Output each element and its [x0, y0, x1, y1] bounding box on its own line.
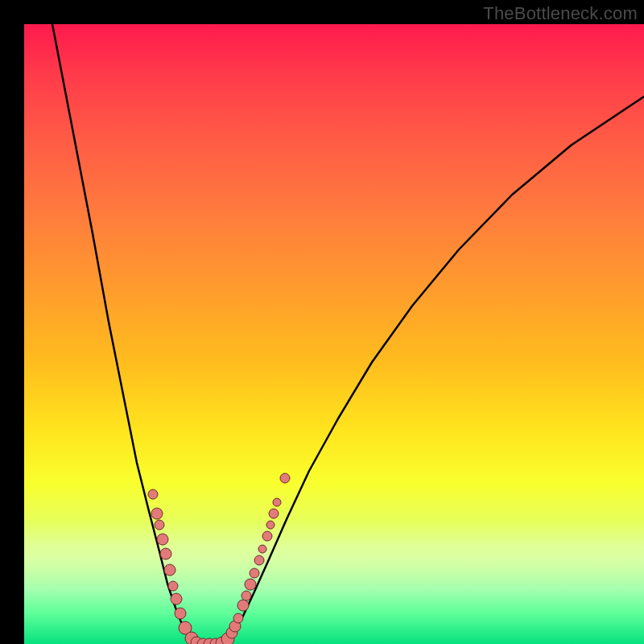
data-point — [273, 498, 281, 506]
data-point — [242, 591, 251, 601]
data-point — [204, 638, 215, 644]
chart-frame: TheBottleneck.com — [0, 0, 644, 644]
data-point — [175, 608, 186, 619]
data-point — [258, 545, 266, 553]
data-point — [233, 613, 243, 623]
data-point — [245, 579, 256, 590]
data-point — [179, 621, 192, 634]
plot-area — [24, 24, 644, 644]
data-point — [151, 508, 163, 519]
bottleneck-curve — [24, 24, 644, 644]
data-point — [185, 632, 198, 644]
data-point — [280, 473, 290, 483]
data-point — [160, 548, 171, 559]
highlight-band — [24, 522, 644, 586]
data-point — [221, 633, 234, 644]
data-point — [250, 568, 259, 578]
data-point — [210, 638, 221, 644]
data-point — [157, 534, 168, 545]
data-point — [262, 531, 272, 541]
data-point — [155, 520, 164, 530]
data-point — [216, 637, 229, 644]
data-point — [171, 593, 182, 605]
data-point — [148, 489, 158, 499]
curve-path — [52, 24, 644, 644]
data-point — [229, 621, 241, 632]
data-point — [254, 555, 264, 565]
data-point — [226, 627, 237, 638]
data-point — [164, 564, 175, 576]
data-point — [168, 581, 178, 591]
watermark-text: TheBottleneck.com — [483, 3, 638, 24]
data-point — [197, 638, 208, 644]
data-point — [266, 521, 275, 529]
curve-dots — [148, 473, 290, 644]
data-point — [269, 509, 279, 518]
data-point — [237, 600, 249, 611]
data-point — [191, 637, 202, 644]
